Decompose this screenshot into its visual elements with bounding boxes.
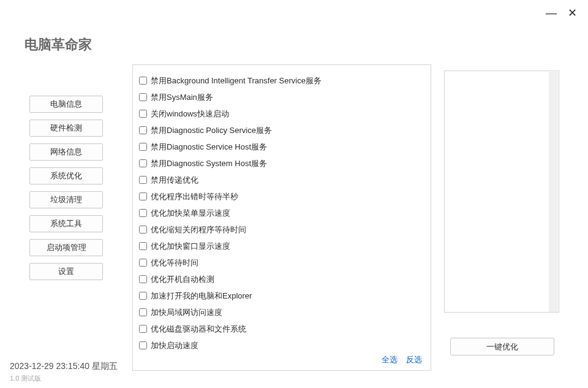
option-label: 优化磁盘驱动器和文件系统 [151, 324, 246, 335]
options-list[interactable]: 禁用Background Intelligent Transfer Servic… [139, 72, 424, 353]
option-row: 优化开机自动检测 [139, 271, 424, 287]
option-row: 禁用Diagnostic Policy Service服务 [139, 122, 424, 139]
sidebar-item-label: 电脑信息 [50, 99, 82, 110]
option-checkbox[interactable] [139, 308, 147, 316]
sidebar-item-settings[interactable]: 设置 [29, 263, 103, 280]
option-label: 加快启动速度 [151, 340, 198, 351]
sidebar-item-label: 启动项管理 [47, 242, 86, 253]
option-row: 加速打开我的电脑和Explorer [139, 287, 424, 304]
sidebar: 电脑信息 硬件检测 网络信息 系统优化 垃圾清理 系统工具 启动项管理 设置 [29, 96, 103, 280]
sidebar-item-pcinfo[interactable]: 电脑信息 [29, 96, 103, 113]
option-row: 优化加快窗口显示速度 [139, 238, 424, 254]
option-row: 优化磁盘驱动器和文件系统 [139, 321, 424, 337]
sidebar-item-junkclean[interactable]: 垃圾清理 [29, 191, 103, 208]
option-row: 优化缩短关闭程序等待时间 [139, 221, 424, 238]
options-panel: 禁用Background Intelligent Transfer Servic… [132, 64, 431, 371]
optimize-button-label: 一键优化 [486, 341, 518, 352]
scrollbar[interactable] [549, 72, 558, 312]
option-row: 关闭windows快速启动 [139, 105, 424, 122]
sidebar-item-network[interactable]: 网络信息 [29, 143, 103, 161]
version-label: 1.0 测试版 [10, 374, 41, 383]
sidebar-item-label: 网络信息 [50, 146, 82, 158]
option-row: 禁用Diagnostic Service Host服务 [139, 139, 424, 155]
option-row: 加快启动速度 [139, 337, 424, 353]
option-checkbox[interactable] [139, 192, 147, 200]
sidebar-item-systools[interactable]: 系统工具 [29, 215, 103, 232]
option-label: 关闭windows快速启动 [151, 108, 229, 120]
option-label: 禁用Diagnostic System Host服务 [151, 158, 267, 169]
invert-select-link[interactable]: 反选 [406, 354, 422, 365]
option-row: 禁用Diagnostic System Host服务 [139, 155, 424, 172]
option-label: 优化程序出错时等待半秒 [151, 191, 238, 202]
sidebar-item-hwdetect[interactable]: 硬件检测 [29, 120, 103, 137]
option-checkbox[interactable] [139, 77, 147, 85]
option-label: 加快局域网访问速度 [151, 307, 222, 318]
option-row: 加快局域网访问速度 [139, 304, 424, 321]
minimize-button[interactable]: — [546, 7, 557, 18]
option-label: 禁用SysMain服务 [151, 92, 213, 103]
app-title: 电脑革命家 [24, 36, 92, 54]
option-label: 优化等待时间 [151, 257, 198, 268]
option-checkbox[interactable] [139, 143, 147, 151]
option-label: 禁用Diagnostic Policy Service服务 [151, 125, 272, 136]
optimize-button[interactable]: 一键优化 [450, 338, 554, 356]
option-checkbox[interactable] [139, 325, 147, 333]
option-checkbox[interactable] [139, 93, 147, 101]
option-checkbox[interactable] [139, 226, 147, 234]
option-checkbox[interactable] [139, 110, 147, 118]
option-row: 禁用SysMain服务 [139, 89, 424, 105]
sidebar-item-label: 系统优化 [50, 170, 82, 181]
option-label: 优化开机自动检测 [151, 274, 214, 285]
option-label: 优化加快菜单显示速度 [151, 208, 230, 219]
option-row: 禁用传递优化 [139, 172, 424, 188]
option-label: 优化加快窗口显示速度 [151, 241, 230, 252]
select-actions: 全选 反选 [139, 353, 424, 365]
option-label: 禁用Diagnostic Service Host服务 [151, 142, 267, 153]
log-panel[interactable] [444, 70, 559, 313]
option-checkbox[interactable] [139, 209, 147, 217]
close-button[interactable]: ✕ [568, 7, 577, 18]
sidebar-item-label: 设置 [58, 266, 74, 277]
option-label: 优化缩短关闭程序等待时间 [151, 224, 246, 235]
option-checkbox[interactable] [139, 176, 147, 184]
sidebar-item-sysopt[interactable]: 系统优化 [29, 167, 103, 184]
option-label: 禁用Background Intelligent Transfer Servic… [151, 75, 322, 86]
window-controls: — ✕ [546, 7, 577, 18]
option-checkbox[interactable] [139, 275, 147, 283]
option-checkbox[interactable] [139, 341, 147, 349]
sidebar-item-startup[interactable]: 启动项管理 [29, 239, 103, 256]
option-checkbox[interactable] [139, 242, 147, 250]
option-checkbox[interactable] [139, 126, 147, 134]
option-row: 优化加快菜单显示速度 [139, 205, 424, 221]
option-checkbox[interactable] [139, 259, 147, 267]
option-label: 禁用传递优化 [151, 175, 198, 186]
option-checkbox[interactable] [139, 292, 147, 300]
sidebar-item-label: 系统工具 [50, 218, 82, 229]
option-checkbox[interactable] [139, 159, 147, 167]
sidebar-item-label: 垃圾清理 [50, 194, 82, 205]
option-row: 优化程序出错时等待半秒 [139, 188, 424, 205]
option-row: 禁用Background Intelligent Transfer Servic… [139, 72, 424, 89]
select-all-link[interactable]: 全选 [382, 354, 398, 365]
datetime-status: 2023-12-29 23:15:40 星期五 [10, 361, 118, 372]
option-row: 优化等待时间 [139, 254, 424, 271]
option-label: 加速打开我的电脑和Explorer [151, 291, 252, 302]
sidebar-item-label: 硬件检测 [50, 123, 82, 134]
